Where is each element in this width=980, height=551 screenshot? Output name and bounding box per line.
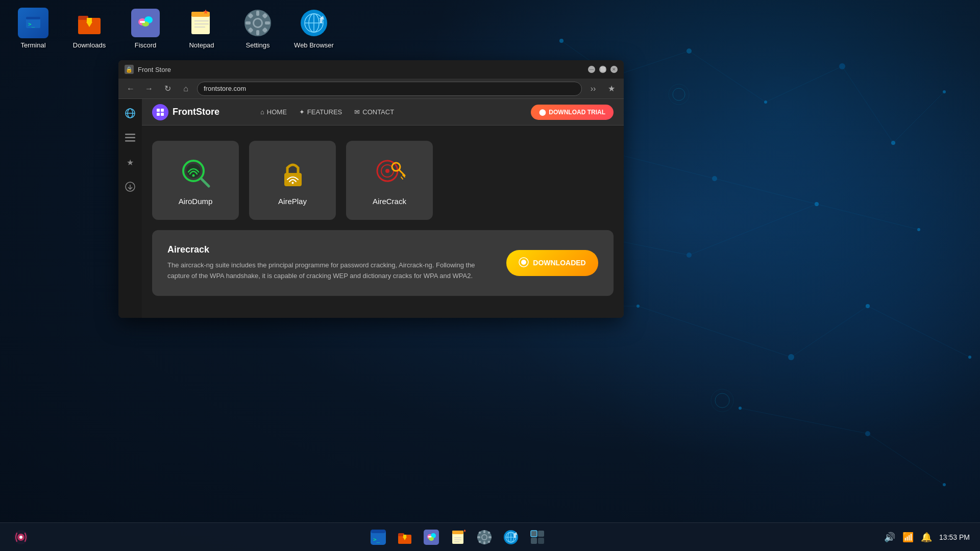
svg-rect-88 <box>161 109 164 112</box>
svg-line-31 <box>689 204 817 255</box>
taskbar-webbrowser[interactable] <box>500 526 522 548</box>
bookmark-button[interactable]: ★ <box>604 82 619 96</box>
svg-point-38 <box>673 88 685 101</box>
svg-point-9 <box>917 228 920 231</box>
taskbar-multitask[interactable] <box>526 526 549 548</box>
frontstore-logo-icon <box>152 104 168 120</box>
airecrack-name: AireCrack <box>373 197 406 206</box>
svg-marker-126 <box>463 530 465 532</box>
svg-rect-132 <box>483 530 485 533</box>
taskbar-terminal[interactable]: >_ <box>367 526 389 548</box>
desktop-icon-fiscord[interactable]: Fiscord <box>122 8 168 49</box>
desktop-icon-settings[interactable]: Settings <box>235 8 281 49</box>
svg-rect-87 <box>157 109 160 112</box>
svg-point-72 <box>254 19 261 27</box>
nav-features[interactable]: ✦ FEATURES <box>299 108 342 116</box>
airodump-icon <box>178 155 213 191</box>
svg-line-36 <box>740 408 868 434</box>
svg-rect-43 <box>26 17 40 19</box>
svg-point-19 <box>865 431 870 436</box>
sidebar-menu-icon[interactable] <box>122 130 138 146</box>
svg-point-40 <box>715 393 729 408</box>
app-detail-card: Airecrack The aircrack-ng suite includes… <box>152 230 614 296</box>
taskbar-downloads[interactable] <box>394 526 416 548</box>
taskbar-notepad[interactable] <box>447 526 469 548</box>
svg-point-7 <box>712 176 717 181</box>
svg-point-14 <box>968 356 971 359</box>
downloaded-button[interactable]: DOWNLOADED <box>506 250 598 276</box>
bell-icon[interactable]: 🔔 <box>921 532 932 543</box>
frontstore-logo: FrontStore <box>152 104 219 120</box>
features-icon: ✦ <box>299 108 305 116</box>
sidebar-download-icon[interactable] <box>122 179 138 195</box>
svg-rect-115 <box>403 535 406 538</box>
maximize-button[interactable]: ⬜ <box>599 66 606 73</box>
svg-point-39 <box>669 84 689 105</box>
svg-line-23 <box>689 51 766 102</box>
home-button[interactable]: ⌂ <box>179 82 193 96</box>
forward-button[interactable]: → <box>142 82 156 96</box>
svg-point-122 <box>430 536 432 537</box>
taskbar-center: >_ <box>32 526 884 548</box>
app-card-airecrack[interactable]: AireCrack <box>346 141 433 220</box>
taskbar-podcast-icon[interactable] <box>10 527 32 548</box>
desktop-icon-downloads[interactable]: Downloads <box>66 8 112 49</box>
svg-rect-82 <box>125 134 135 135</box>
minimize-button[interactable]: — <box>588 66 595 73</box>
svg-rect-64 <box>256 11 259 16</box>
taskbar: >_ <box>0 522 980 551</box>
browser-sidebar: ★ <box>118 99 142 318</box>
app-card-airodump[interactable]: AiroDump <box>152 141 239 220</box>
svg-point-16 <box>636 305 640 308</box>
sidebar-globe-icon[interactable] <box>122 105 138 121</box>
signal-icon[interactable]: 📶 <box>902 532 914 543</box>
back-button[interactable]: ← <box>124 82 138 96</box>
address-bar[interactable]: frontstore.com <box>197 82 582 96</box>
svg-line-27 <box>715 179 817 204</box>
svg-rect-84 <box>125 140 135 142</box>
refresh-button[interactable]: ↻ <box>160 82 175 96</box>
desktop-icons-area: >_ Terminal Downloads <box>0 0 347 57</box>
airodump-name: AiroDump <box>179 197 213 206</box>
webbrowser-label: Web Browser <box>294 41 334 49</box>
extensions-button[interactable]: ›› <box>586 82 600 96</box>
sidebar-star-icon[interactable]: ★ <box>122 154 138 170</box>
terminal-icon: >_ <box>18 8 48 38</box>
svg-point-13 <box>866 304 870 308</box>
close-button[interactable]: ✕ <box>610 66 618 73</box>
svg-point-12 <box>687 253 692 258</box>
svg-line-32 <box>868 306 970 357</box>
svg-line-33 <box>791 306 868 357</box>
svg-rect-110 <box>371 530 386 533</box>
browser-content: FrontStore ⌂ HOME ✦ FEATURES ✉ CONTACT ⬤… <box>142 99 624 318</box>
download-trial-icon: ⬤ <box>539 109 546 116</box>
download-trial-button[interactable]: ⬤ DOWNLOAD TRIAL <box>531 105 614 120</box>
svg-point-6 <box>943 90 946 93</box>
nav-home[interactable]: ⌂ HOME <box>260 108 287 116</box>
svg-point-8 <box>815 202 819 206</box>
home-icon: ⌂ <box>260 108 264 116</box>
settings-icon <box>242 8 273 38</box>
downloads-icon <box>74 8 105 38</box>
address-text: frontstore.com <box>204 85 246 92</box>
svg-rect-89 <box>157 113 160 116</box>
desktop-icon-terminal[interactable]: >_ Terminal <box>10 8 56 49</box>
browser-titlebar: 🔒 Front Store — ⬜ ✕ <box>118 60 624 79</box>
nav-contact[interactable]: ✉ CONTACT <box>354 108 394 116</box>
svg-line-25 <box>842 66 893 143</box>
svg-rect-148 <box>538 531 544 537</box>
svg-point-2 <box>687 48 692 54</box>
frontstore-logo-text: FrontStore <box>173 107 219 117</box>
desktop-icon-notepad[interactable]: Notepad <box>179 8 225 49</box>
browser-favicon: 🔒 <box>125 65 134 74</box>
svg-rect-147 <box>531 531 537 537</box>
app-card-aireplay[interactable]: AirePlay <box>249 141 336 220</box>
svg-rect-67 <box>265 21 270 24</box>
volume-icon[interactable]: 🔊 <box>884 532 895 543</box>
taskbar-settings[interactable] <box>473 526 496 548</box>
notepad-icon <box>186 8 217 38</box>
svg-line-24 <box>766 66 842 102</box>
desktop-icon-webbrowser[interactable]: Web Browser <box>291 8 337 49</box>
app-detail-name: Airecrack <box>167 244 491 255</box>
taskbar-fiscord[interactable] <box>420 526 443 548</box>
